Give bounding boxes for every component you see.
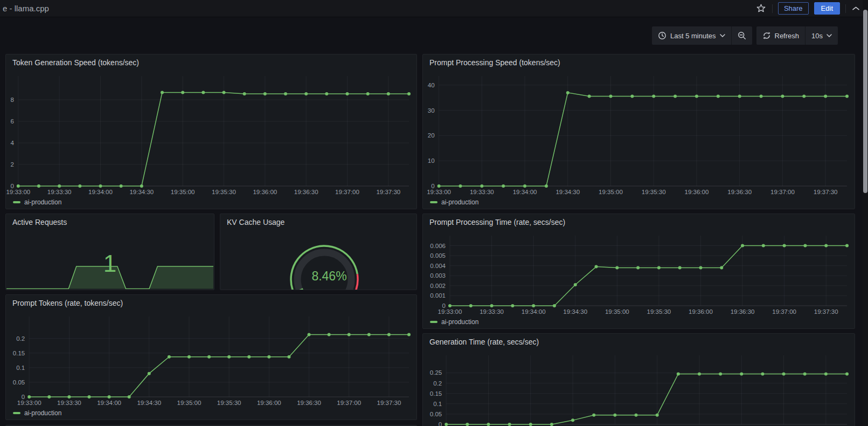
legend-swatch	[13, 201, 20, 203]
svg-text:0.1: 0.1	[433, 401, 442, 407]
svg-text:0.1: 0.1	[16, 365, 25, 371]
svg-text:19:36:00: 19:36:00	[685, 189, 709, 195]
svg-text:20: 20	[428, 132, 435, 139]
refresh-label: Refresh	[775, 32, 800, 40]
svg-text:6: 6	[10, 118, 13, 125]
star-icon[interactable]	[755, 3, 767, 14]
svg-text:0.15: 0.15	[13, 350, 25, 356]
collapse-chevron-up-icon[interactable]	[851, 5, 860, 11]
panel-kv-cache-usage: KV Cache Usage 8.46%	[220, 214, 417, 290]
svg-text:19:37:00: 19:37:00	[335, 189, 359, 195]
refresh-button[interactable]: Refresh	[756, 26, 805, 45]
generation-time-chart[interactable]: 00.050.10.150.20.2519:33:0019:33:3019:34…	[423, 351, 855, 426]
time-range-picker[interactable]: Last 5 minutes	[652, 26, 731, 45]
time-controls: Last 5 minutes	[652, 26, 838, 45]
legend-label: ai-production	[24, 409, 61, 417]
svg-text:0.2: 0.2	[433, 380, 442, 387]
svg-text:19:34:00: 19:34:00	[513, 189, 537, 195]
svg-text:10: 10	[428, 157, 435, 164]
scrollbar-track[interactable]	[863, 0, 868, 426]
svg-text:19:33:00: 19:33:00	[6, 189, 30, 195]
kv-cache-value: 8.46%	[231, 269, 417, 284]
legend-label: ai-production	[441, 318, 478, 326]
panel-active-requests: Active Requests 1	[5, 214, 214, 290]
svg-text:19:35:30: 19:35:30	[212, 189, 236, 195]
svg-text:0.05: 0.05	[430, 411, 442, 417]
refresh-interval-select[interactable]: 10s	[805, 26, 838, 45]
legend-item[interactable]: ai-production	[430, 198, 478, 206]
svg-text:30: 30	[428, 107, 435, 114]
clock-icon	[658, 31, 666, 40]
legend-item[interactable]: ai-production	[430, 318, 478, 326]
legend-swatch	[13, 412, 20, 414]
svg-text:19:34:00: 19:34:00	[522, 308, 546, 315]
panel-title[interactable]: Generation Time (rate, secs/sec)	[429, 338, 539, 346]
svg-text:19:36:30: 19:36:30	[297, 400, 321, 406]
chevron-down-icon	[720, 34, 725, 37]
zoom-out-icon	[738, 31, 746, 40]
panel-title[interactable]: Active Requests	[12, 218, 67, 226]
legend-swatch	[430, 201, 438, 203]
panel-token-generation-speed: Token Generation Speed (tokens/sec) 0246…	[5, 54, 417, 209]
legend-label: ai-production	[24, 198, 61, 206]
refresh-icon	[762, 31, 771, 40]
svg-text:19:34:00: 19:34:00	[97, 400, 121, 406]
svg-text:0: 0	[439, 421, 442, 426]
refresh-group: Refresh 10s	[756, 26, 838, 45]
svg-text:19:37:00: 19:37:00	[772, 308, 796, 315]
share-button[interactable]: Share	[778, 2, 809, 15]
edit-button[interactable]: Edit	[814, 2, 840, 15]
chevron-down-icon	[827, 34, 832, 37]
zoom-out-button[interactable]	[732, 26, 752, 45]
svg-text:2: 2	[10, 161, 13, 168]
time-range-label: Last 5 minutes	[670, 32, 716, 40]
svg-text:19:35:00: 19:35:00	[177, 400, 202, 406]
panel-title[interactable]: Prompt Processing Speed (tokens/sec)	[429, 58, 560, 67]
legend-item[interactable]: ai-production	[13, 198, 61, 206]
svg-text:0.003: 0.003	[430, 272, 446, 279]
svg-text:19:37:30: 19:37:30	[377, 400, 401, 406]
refresh-interval-label: 10s	[811, 32, 823, 40]
svg-text:19:37:00: 19:37:00	[770, 189, 795, 195]
svg-text:19:33:30: 19:33:30	[480, 308, 504, 315]
dashboard-title: e - llama.cpp	[3, 4, 49, 13]
svg-text:0.006: 0.006	[430, 243, 446, 249]
svg-text:0.002: 0.002	[430, 283, 446, 289]
svg-text:0.2: 0.2	[16, 335, 25, 342]
svg-text:19:33:30: 19:33:30	[47, 189, 72, 195]
legend-item[interactable]: ai-production	[13, 409, 61, 417]
svg-text:19:36:00: 19:36:00	[253, 189, 277, 195]
svg-text:19:35:00: 19:35:00	[171, 189, 195, 195]
svg-text:19:34:30: 19:34:30	[129, 189, 154, 195]
panel-title[interactable]: Prompt Tokens (rate, tokens/sec)	[12, 299, 123, 307]
svg-text:0.05: 0.05	[13, 379, 25, 386]
svg-text:19:34:00: 19:34:00	[88, 189, 113, 195]
header-divider	[772, 4, 773, 13]
top-header: e - llama.cpp Share Edit	[0, 0, 868, 17]
panel-title[interactable]: KV Cache Usage	[227, 218, 284, 226]
panel-title[interactable]: Token Generation Speed (tokens/sec)	[12, 58, 139, 67]
svg-text:19:36:30: 19:36:30	[294, 189, 318, 195]
svg-text:19:36:00: 19:36:00	[689, 308, 713, 315]
svg-text:19:35:30: 19:35:30	[647, 308, 671, 315]
panel-title[interactable]: Prompt Processing Time (rate, secs/sec)	[429, 218, 565, 226]
svg-text:8: 8	[10, 97, 13, 103]
svg-text:19:33:30: 19:33:30	[470, 189, 494, 195]
panel-prompt-processing-time: Prompt Processing Time (rate, secs/sec) …	[422, 214, 855, 329]
svg-text:19:33:30: 19:33:30	[57, 400, 81, 406]
svg-text:0.25: 0.25	[430, 369, 442, 376]
svg-text:19:36:00: 19:36:00	[257, 400, 281, 406]
token-generation-speed-chart[interactable]: 0246819:33:0019:33:3019:34:0019:34:3019:…	[6, 72, 416, 196]
svg-text:19:36:30: 19:36:30	[727, 189, 752, 195]
svg-text:19:35:30: 19:35:30	[642, 189, 666, 195]
prompt-processing-time-chart[interactable]: 00.0010.0020.0030.0040.0050.00619:33:001…	[423, 231, 855, 315]
panel-prompt-tokens: Prompt Tokens (rate, tokens/sec) 00.050.…	[5, 294, 417, 420]
prompt-tokens-chart[interactable]: 00.050.10.150.219:33:0019:33:3019:34:001…	[6, 312, 416, 407]
svg-text:19:34:30: 19:34:30	[555, 189, 580, 195]
active-requests-value: 1	[6, 252, 214, 276]
scrollbar-thumb[interactable]	[863, 10, 867, 193]
svg-text:19:35:00: 19:35:00	[599, 189, 623, 195]
prompt-processing-speed-chart[interactable]: 01020304019:33:0019:33:3019:34:0019:34:3…	[423, 72, 855, 196]
svg-text:19:36:30: 19:36:30	[731, 308, 755, 315]
svg-text:19:33:00: 19:33:00	[427, 189, 451, 195]
